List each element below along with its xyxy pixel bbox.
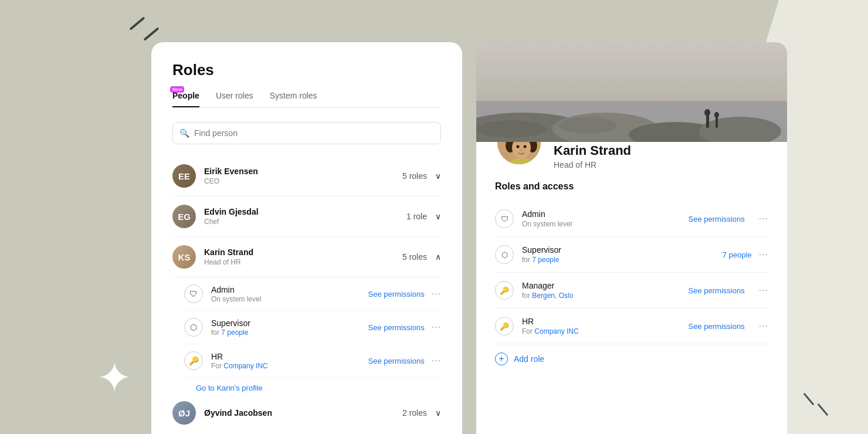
tabs-bar: New People User roles System roles xyxy=(172,91,441,108)
chevron-karin[interactable]: ∧ xyxy=(435,252,441,262)
profile-banner xyxy=(476,42,787,142)
person-name-edvin: Edvin Gjesdal xyxy=(204,207,406,216)
more-menu-manager[interactable]: ··· xyxy=(759,285,768,296)
key-icon-hr: 🔑 xyxy=(495,317,514,335)
see-permissions-admin-karin[interactable]: See permissions xyxy=(368,290,425,299)
search-wrap: 🔍 xyxy=(172,122,441,144)
svg-point-21 xyxy=(517,145,520,148)
access-row-manager: 🔑 Manager for Bergen, Oslo See permissio… xyxy=(495,273,768,308)
karin-role-admin: 🛡 Admin On system level See permissions … xyxy=(184,277,441,311)
add-role-plus-icon: + xyxy=(495,352,508,365)
svg-point-23 xyxy=(520,150,523,151)
more-menu-hr[interactable]: ··· xyxy=(759,321,768,331)
chevron-edvin[interactable]: ∨ xyxy=(435,212,441,221)
supervisor-people-link[interactable]: 7 people xyxy=(221,328,248,337)
person-name-eirik: Eirik Evensen xyxy=(204,167,402,176)
karin-expanded-roles: 🛡 Admin On system level See permissions … xyxy=(172,277,441,393)
more-menu-hr-karin[interactable]: ··· xyxy=(432,355,441,366)
karin-role-hr: 🔑 HR For Company INC See permissions ··· xyxy=(184,344,441,378)
hr-company-link-right[interactable]: Company INC xyxy=(534,327,578,335)
see-permissions-admin[interactable]: See permissions xyxy=(689,215,745,223)
avatar-eirik: EE xyxy=(172,164,196,188)
key-icon-manager: 🔑 xyxy=(495,281,514,300)
more-menu-supervisor-karin[interactable]: ··· xyxy=(432,322,441,333)
person-name-oyvind: Øyvind Jacobsen xyxy=(204,408,402,418)
right-panel: Karin Strand Head of HR Roles and access… xyxy=(476,42,787,434)
tab-user-roles[interactable]: User roles xyxy=(216,91,253,107)
supervisor-count: 7 people xyxy=(723,250,752,259)
tab-system-roles[interactable]: System roles xyxy=(270,91,317,107)
shield-icon: 🛡 xyxy=(184,284,203,303)
nodes-icon-supervisor: ⬡ xyxy=(495,245,514,264)
person-role-karin: Head of HR xyxy=(204,258,402,266)
chevron-eirik[interactable]: ∨ xyxy=(435,171,441,181)
person-row-edvin[interactable]: EG Edvin Gjesdal Chef 1 role ∨ xyxy=(172,196,441,237)
manager-location-link[interactable]: Bergen, Oslo xyxy=(532,291,573,300)
nodes-icon: ⬡ xyxy=(184,318,203,337)
see-permissions-manager[interactable]: See permissions xyxy=(689,286,745,295)
roles-count-eirik: 5 roles xyxy=(402,171,427,181)
person-role-eirik: CEO xyxy=(204,177,402,185)
more-menu-admin[interactable]: ··· xyxy=(759,213,768,224)
page-title: Roles xyxy=(172,61,441,79)
more-menu-admin-karin[interactable]: ··· xyxy=(432,289,441,299)
hr-company-link[interactable]: Company INC xyxy=(223,362,267,370)
roles-access-section: Roles and access 🛡 Admin On system level… xyxy=(476,181,787,382)
add-role-row[interactable]: + Add role xyxy=(495,344,768,365)
chevron-oyvind[interactable]: ∨ xyxy=(435,408,441,418)
search-icon: 🔍 xyxy=(179,128,189,138)
see-permissions-hr[interactable]: See permissions xyxy=(689,322,745,331)
shield-icon-admin: 🛡 xyxy=(495,209,514,228)
see-permissions-supervisor-karin[interactable]: See permissions xyxy=(368,323,425,332)
access-row-hr: 🔑 HR For Company INC See permissions ··· xyxy=(495,308,768,344)
deco-star: ✦ xyxy=(97,357,132,399)
karin-role-supervisor: ⬡ Supervisor for 7 people See permission… xyxy=(184,311,441,344)
person-row-oyvind[interactable]: ØJ Øyvind Jacobsen 2 roles ∨ xyxy=(172,393,441,433)
person-role-edvin: Chef xyxy=(204,218,406,226)
supervisor-people-link-right[interactable]: 7 people xyxy=(532,256,559,264)
roles-count-karin: 5 roles xyxy=(402,252,427,262)
svg-point-22 xyxy=(524,145,527,148)
see-permissions-hr-karin[interactable]: See permissions xyxy=(368,357,425,365)
more-menu-supervisor[interactable]: ··· xyxy=(759,249,768,260)
profile-name: Karin Strand xyxy=(554,143,631,158)
access-row-admin: 🛡 Admin On system level See permissions … xyxy=(495,201,768,237)
add-role-label: Add role xyxy=(514,354,544,364)
key-icon: 🔑 xyxy=(184,351,203,370)
roles-access-title: Roles and access xyxy=(495,181,768,192)
person-row-karin[interactable]: KS Karin Strand Head of HR 5 roles ∧ xyxy=(172,237,441,277)
new-badge: New xyxy=(170,86,184,93)
access-row-supervisor: ⬡ Supervisor for 7 people 7 people ··· xyxy=(495,237,768,273)
tab-people[interactable]: New People xyxy=(172,91,199,107)
person-row-eirik[interactable]: EE Eirik Evensen CEO 5 roles ∨ xyxy=(172,156,441,196)
roles-count-oyvind: 2 roles xyxy=(402,408,427,418)
roles-count-edvin: 1 role xyxy=(406,212,427,221)
avatar-edvin: EG xyxy=(172,205,196,228)
avatar-oyvind: ØJ xyxy=(172,401,196,425)
svg-rect-12 xyxy=(476,42,787,142)
person-name-karin: Karin Strand xyxy=(204,247,402,257)
go-to-profile-link[interactable]: Go to Karin's profile xyxy=(196,384,263,392)
profile-job-title: Head of HR xyxy=(554,160,631,169)
left-panel: Roles New People User roles System roles… xyxy=(151,42,462,434)
avatar-karin: KS xyxy=(172,245,196,269)
search-input[interactable] xyxy=(172,122,441,144)
